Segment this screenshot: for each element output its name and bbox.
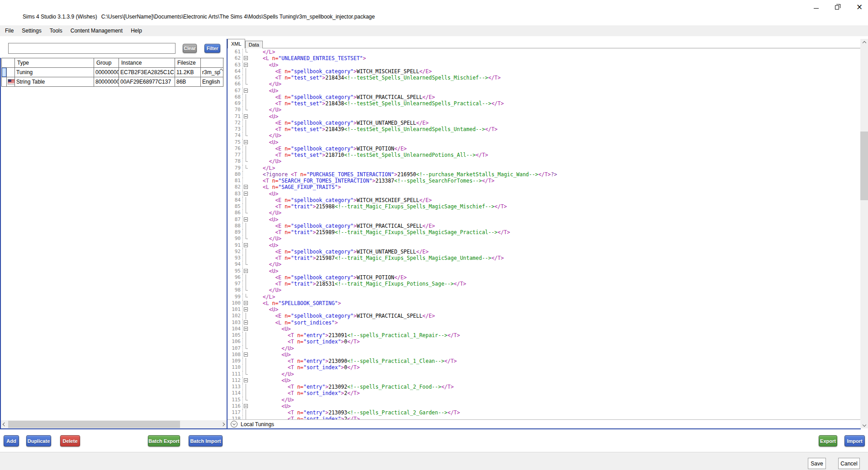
code-text: <T n="test_set">218710<!--testSet_Spells… <box>249 152 488 158</box>
fold-collapse-icon[interactable] <box>244 56 248 60</box>
filter-button[interactable]: Filter <box>204 44 220 53</box>
code-text: <E n="spellbook_category">WITCH_PRACTICA… <box>249 223 435 229</box>
code-text: <E n="spellbook_category">WITCH_POTION</… <box>249 146 407 152</box>
fold-gutter <box>243 197 249 203</box>
line-number: 102 <box>228 313 243 319</box>
left-panel-border <box>0 58 1 429</box>
menu-file[interactable]: File <box>1 26 18 36</box>
fold-collapse-icon[interactable] <box>244 89 248 93</box>
code-text: <L n="sort_indices"> <box>249 320 338 326</box>
minimize-button[interactable] <box>809 1 823 13</box>
line-number: 93 <box>228 255 243 261</box>
fold-gutter <box>243 332 249 338</box>
fold-collapse-icon[interactable] <box>244 320 248 324</box>
code-text: </L> <box>249 49 275 55</box>
duplicate-button[interactable]: Duplicate <box>26 435 51 446</box>
fold-collapse-icon[interactable] <box>244 217 248 221</box>
row-selector[interactable] <box>1 68 7 77</box>
fold-collapse-icon[interactable] <box>244 269 248 273</box>
line-number: 70 <box>228 107 243 113</box>
expander-circle[interactable] <box>231 421 237 428</box>
import-button[interactable]: Import <box>844 435 865 446</box>
code-line-69: 69 <T n="test_set">218438<!--testSet_Spe… <box>228 100 860 107</box>
row-selector[interactable] <box>1 77 7 87</box>
cancel-button[interactable]: Cancel <box>838 458 860 469</box>
search-input[interactable] <box>8 43 175 54</box>
fold-collapse-icon[interactable] <box>244 352 248 357</box>
line-number: 77 <box>228 152 243 158</box>
table-header-name[interactable] <box>201 58 223 68</box>
tab-data[interactable]: Data <box>245 41 263 48</box>
fold-gutter <box>243 203 249 210</box>
code-line-61: 61 </L> <box>228 49 860 55</box>
clear-button[interactable]: Clear <box>183 44 197 53</box>
fold-collapse-icon[interactable] <box>244 301 248 305</box>
table-header-group[interactable]: Group <box>94 58 119 68</box>
code-line-99: 99 </L> <box>228 294 860 300</box>
restore-button[interactable] <box>830 1 845 13</box>
scroll-down-button[interactable] <box>860 421 868 428</box>
tab-xml[interactable]: XML <box>228 39 245 48</box>
minimize-icon <box>814 8 819 9</box>
fold-collapse-icon[interactable] <box>244 307 248 311</box>
horizontal-scrollbar-thumb[interactable] <box>8 421 180 428</box>
table-header-instance[interactable]: Instance <box>119 58 175 68</box>
code-area[interactable]: 61 </L>62 <L n="UNLEARNED_ENTRIES_TESTSE… <box>228 48 860 419</box>
fold-gutter <box>243 416 249 419</box>
fold-collapse-icon[interactable] <box>244 114 248 118</box>
code-text: <L n="SPELLBOOK_SORTING"> <box>249 300 341 306</box>
scroll-right-button[interactable] <box>219 420 227 428</box>
line-number: 85 <box>228 203 243 210</box>
fold-collapse-icon[interactable] <box>244 404 248 408</box>
cell-group: 80000000 <box>94 77 119 87</box>
code-line-81: 81 <T n="SEARCH_FOR_TOMES_INTERACTION">2… <box>228 178 860 184</box>
xml-editor[interactable]: 61 </L>62 <L n="UNLEARNED_ENTRIES_TESTSE… <box>228 48 860 419</box>
fold-gutter <box>243 171 249 178</box>
fold-collapse-icon[interactable] <box>244 327 248 331</box>
fold-collapse-icon[interactable] <box>244 192 248 196</box>
fold-end <box>246 158 248 162</box>
close-icon: × <box>856 4 863 10</box>
code-line-102: 102 <E n="spellbook_category">WITCH_PRAC… <box>228 313 860 319</box>
code-text: <T n="entry">213091<!--spells_Practical_… <box>249 332 460 338</box>
add-button[interactable]: Add <box>4 435 19 446</box>
code-line-116: 116 <U> <box>228 403 860 409</box>
delete-button[interactable]: Delete <box>60 435 80 446</box>
fold-collapse-icon[interactable] <box>244 140 248 144</box>
left-horizontal-scrollbar[interactable] <box>1 420 227 428</box>
scroll-left-button[interactable] <box>1 420 8 428</box>
menu-settings[interactable]: Settings <box>18 26 45 36</box>
line-number: 117 <box>228 409 243 416</box>
batch-export-button[interactable]: Batch Export <box>148 435 180 446</box>
local-tunings-expander[interactable]: Local Tunings <box>228 419 860 428</box>
code-text: <T n="sort_index">2</T> <box>249 416 360 419</box>
fold-collapse-icon[interactable] <box>244 63 248 67</box>
fold-end <box>246 261 248 265</box>
table-row[interactable]: Tuning00000000EC7B2F3EA2825C1C11.2KBr3m_… <box>1 68 224 77</box>
menu-content-management[interactable]: Content Management <box>66 26 127 36</box>
vertical-scrollbar-thumb[interactable] <box>860 132 868 200</box>
save-button[interactable]: Save <box>808 458 826 469</box>
fold-collapse-icon[interactable] <box>244 378 248 382</box>
menu-tools[interactable]: Tools <box>46 26 66 36</box>
menu-help[interactable]: Help <box>127 26 146 36</box>
fold-gutter <box>243 75 249 81</box>
table-row[interactable]: String Table8000000000AF29E68977C13786BE… <box>1 77 224 87</box>
code-line-105: 105 <T n="entry">213091<!--spells_Practi… <box>228 332 860 338</box>
line-number: 86 <box>228 210 243 216</box>
line-number: 97 <box>228 281 243 287</box>
table-header-type[interactable]: Type <box>15 58 94 68</box>
export-button[interactable]: Export <box>819 435 837 446</box>
line-number: 69 <box>228 100 243 107</box>
table-header-filesize[interactable]: Filesize <box>175 58 201 68</box>
fold-collapse-icon[interactable] <box>244 185 248 189</box>
fold-line <box>246 384 246 390</box>
batch-import-button[interactable]: Batch Import <box>189 435 223 446</box>
scroll-up-button[interactable] <box>860 39 868 47</box>
cell-type: Tuning <box>15 68 94 77</box>
editor-vertical-scrollbar[interactable] <box>860 39 868 428</box>
code-line-88: 88 <E n="spellbook_category">WITCH_PRACT… <box>228 223 860 229</box>
fold-collapse-icon[interactable] <box>244 243 248 247</box>
fold-end <box>246 235 248 239</box>
close-button[interactable]: × <box>852 1 867 13</box>
